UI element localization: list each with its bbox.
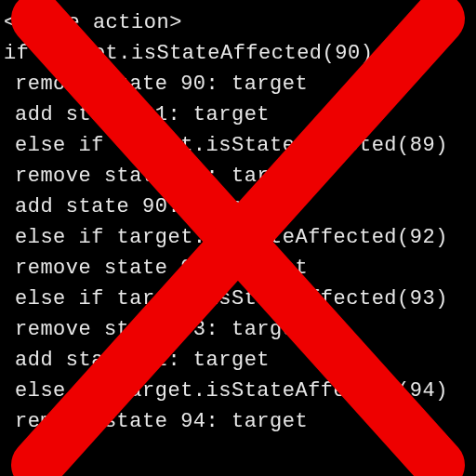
code-line: else if target.isStateAffected(93) — [4, 284, 472, 314]
code-line: else if target.isStateAffected(92) — [4, 222, 472, 253]
code-line: add state 91: target — [4, 99, 472, 130]
code-line: add state 92: target — [4, 345, 472, 376]
code-line: <whole action> — [4, 7, 472, 38]
code-line: remove state 93: target — [4, 314, 472, 345]
code-block: <whole action>if target.isStateAffected(… — [4, 7, 472, 437]
code-line: remove state 90: target — [4, 69, 472, 99]
code-line: add state 90: target — [4, 192, 472, 222]
code-line: else if target.isStateAffected(94) — [4, 376, 472, 406]
code-line: remove state 89: target — [4, 161, 472, 192]
code-line: remove state 94: target — [4, 406, 472, 437]
code-line: remove state 92: target — [4, 253, 472, 284]
code-line: else if target.isStateAffected(89) — [4, 130, 472, 161]
code-line: if target.isStateAffected(90) — [4, 38, 472, 69]
